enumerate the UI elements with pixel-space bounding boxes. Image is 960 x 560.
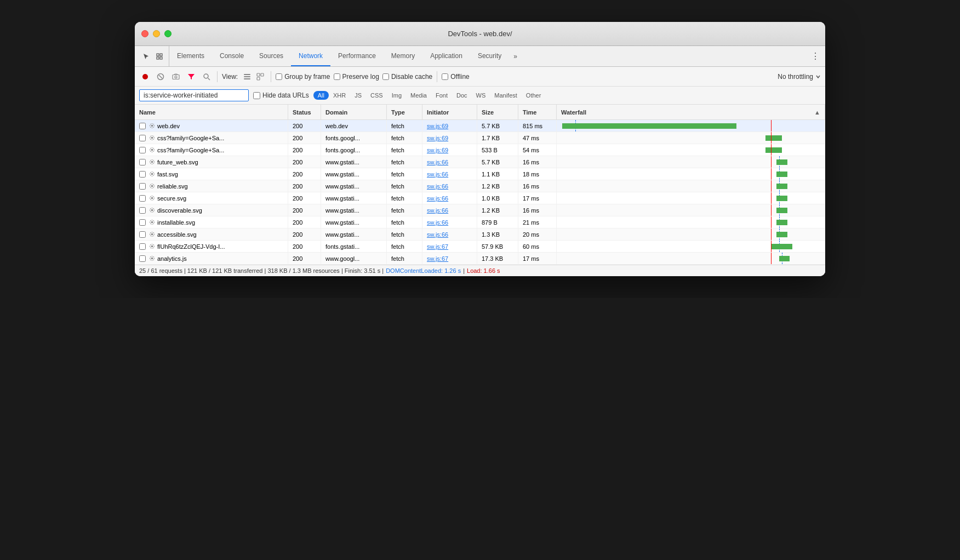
filter-type-doc[interactable]: Doc (452, 91, 472, 100)
filter-type-ws[interactable]: WS (472, 91, 490, 100)
row-initiator[interactable]: sw.js:67 (422, 253, 477, 264)
row-initiator[interactable]: sw.js:66 (422, 216, 477, 228)
tab-console[interactable]: Console (212, 46, 252, 66)
tab-network[interactable]: Network (291, 46, 330, 66)
table-row[interactable]: analytics.js 200 www.googl... fetch sw.j… (135, 253, 825, 265)
disable-cache-toggle[interactable]: Disable cache (382, 73, 432, 81)
th-size[interactable]: Size (477, 105, 518, 119)
table-row[interactable]: discoverable.svg 200 www.gstati... fetch… (135, 204, 825, 216)
record-button[interactable] (139, 71, 151, 83)
offline-toggle[interactable]: Offline (442, 73, 469, 81)
row-select-checkbox[interactable] (139, 159, 146, 165)
row-initiator[interactable]: sw.js:66 (422, 204, 477, 216)
camera-button[interactable] (170, 71, 182, 83)
tab-bar: Elements Console Sources Network Perform… (135, 46, 825, 67)
waterfall-bar (776, 220, 787, 225)
table-row[interactable]: css?family=Google+Sa... 200 fonts.googl.… (135, 132, 825, 144)
hide-data-urls-checkbox[interactable] (253, 92, 260, 99)
group-by-frame-checkbox[interactable] (276, 73, 282, 80)
table-row[interactable]: secure.svg 200 www.gstati... fetch sw.js… (135, 192, 825, 204)
filter-type-all[interactable]: All (313, 91, 329, 100)
th-name[interactable]: Name (135, 105, 288, 119)
row-size: 1.7 KB (477, 132, 518, 144)
row-initiator[interactable]: sw.js:69 (422, 120, 477, 132)
group-by-frame-toggle[interactable]: Group by frame (276, 73, 330, 81)
th-waterfall[interactable]: Waterfall ▲ (557, 105, 825, 119)
tab-sources[interactable]: Sources (252, 46, 291, 66)
row-status: 200 (288, 180, 321, 192)
table-row[interactable]: fast.svg 200 www.gstati... fetch sw.js:6… (135, 168, 825, 180)
row-time: 815 ms (518, 120, 557, 132)
filter-type-media[interactable]: Media (406, 91, 431, 100)
row-select-checkbox[interactable] (139, 123, 146, 129)
disable-cache-checkbox[interactable] (382, 73, 389, 80)
preserve-log-checkbox[interactable] (334, 73, 340, 80)
view-list-button[interactable] (241, 71, 253, 83)
tab-security[interactable]: Security (470, 46, 509, 66)
filter-input[interactable] (139, 89, 249, 101)
row-select-checkbox[interactable] (139, 171, 146, 178)
filter-type-font[interactable]: Font (431, 91, 452, 100)
row-select-checkbox[interactable] (139, 219, 146, 226)
close-button[interactable] (141, 30, 148, 37)
th-initiator[interactable]: Initiator (422, 105, 477, 119)
row-name: flUhRq6tzZclQEJ-Vdg-I... (135, 241, 288, 252)
row-initiator[interactable]: sw.js:69 (422, 144, 477, 156)
table-row[interactable]: web.dev 200 web.dev fetch sw.js:69 5.7 K… (135, 120, 825, 132)
row-waterfall (557, 192, 825, 204)
table-row[interactable]: accessible.svg 200 www.gstati... fetch s… (135, 228, 825, 241)
tab-memory[interactable]: Memory (384, 46, 422, 66)
more-tabs-button[interactable]: » (509, 46, 522, 66)
filter-type-css[interactable]: CSS (366, 91, 387, 100)
table-row[interactable]: installable.svg 200 www.gstati... fetch … (135, 216, 825, 228)
waterfall-red-line (771, 156, 772, 168)
row-initiator[interactable]: sw.js:66 (422, 228, 477, 240)
row-select-checkbox[interactable] (139, 207, 146, 214)
filter-type-img[interactable]: Img (387, 91, 406, 100)
search-button[interactable] (201, 71, 213, 83)
th-status[interactable]: Status (288, 105, 321, 119)
row-name: secure.svg (135, 192, 288, 204)
filter-button[interactable] (185, 71, 197, 83)
row-time: 17 ms (518, 192, 557, 204)
filter-type-js[interactable]: JS (350, 91, 366, 100)
stop-button[interactable] (155, 71, 167, 83)
throttle-select[interactable]: No throttling (778, 73, 821, 81)
th-domain[interactable]: Domain (321, 105, 387, 119)
service-worker-icon (149, 219, 155, 225)
tab-elements[interactable]: Elements (169, 46, 212, 66)
settings-button[interactable]: ⋮ (805, 46, 825, 66)
filter-type-other[interactable]: Other (522, 91, 546, 100)
row-select-checkbox[interactable] (139, 183, 146, 190)
row-select-checkbox[interactable] (139, 135, 146, 141)
row-select-checkbox[interactable] (139, 147, 146, 153)
th-time[interactable]: Time (518, 105, 557, 119)
row-initiator[interactable]: sw.js:66 (422, 180, 477, 192)
row-initiator[interactable]: sw.js:66 (422, 168, 477, 180)
offline-checkbox[interactable] (442, 73, 448, 80)
preserve-log-toggle[interactable]: Preserve log (334, 73, 379, 81)
inspect-icon[interactable] (155, 52, 164, 61)
row-initiator[interactable]: sw.js:66 (422, 156, 477, 168)
th-type[interactable]: Type (387, 105, 422, 119)
row-select-checkbox[interactable] (139, 195, 146, 202)
row-select-checkbox[interactable] (139, 231, 146, 238)
row-initiator[interactable]: sw.js:69 (422, 132, 477, 144)
minimize-button[interactable] (153, 30, 160, 37)
row-select-checkbox[interactable] (139, 255, 146, 262)
hide-data-urls-toggle[interactable]: Hide data URLs (253, 92, 309, 99)
row-select-checkbox[interactable] (139, 243, 146, 250)
table-row[interactable]: future_web.svg 200 www.gstati... fetch s… (135, 156, 825, 168)
tab-application[interactable]: Application (422, 46, 470, 66)
cursor-icon[interactable] (141, 52, 151, 61)
table-row[interactable]: flUhRq6tzZclQEJ-Vdg-I... 200 fonts.gstat… (135, 241, 825, 253)
maximize-button[interactable] (164, 30, 172, 37)
table-row[interactable]: reliable.svg 200 www.gstati... fetch sw.… (135, 180, 825, 192)
tab-performance[interactable]: Performance (330, 46, 384, 66)
filter-type-xhr[interactable]: XHR (329, 91, 350, 100)
row-initiator[interactable]: sw.js:66 (422, 192, 477, 204)
view-grid-button[interactable] (254, 71, 266, 83)
row-initiator[interactable]: sw.js:67 (422, 241, 477, 252)
table-row[interactable]: css?family=Google+Sa... 200 fonts.googl.… (135, 144, 825, 156)
filter-type-manifest[interactable]: Manifest (490, 91, 522, 100)
